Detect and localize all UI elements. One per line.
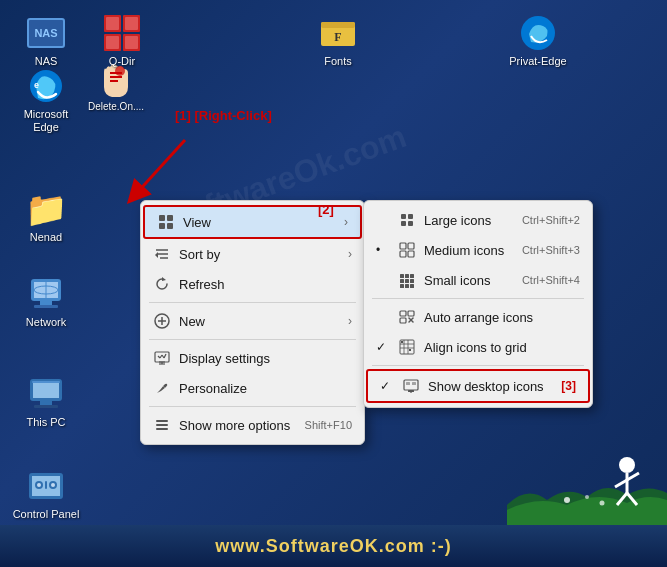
svg-rect-75 xyxy=(410,279,414,283)
menu-item-show-more[interactable]: Show more options Shift+F10 xyxy=(141,410,364,440)
svg-rect-21 xyxy=(34,305,58,308)
svg-rect-25 xyxy=(33,382,59,398)
svg-point-32 xyxy=(37,483,41,487)
separator-1 xyxy=(149,302,356,303)
separator-3 xyxy=(149,406,356,407)
submenu-item-small-icons[interactable]: Small icons Ctrl+Shift+4 xyxy=(364,265,592,295)
submenu-separator-2 xyxy=(372,365,584,366)
icon-this-pc[interactable]: This PC xyxy=(8,370,84,433)
medium-icons-check: • xyxy=(376,243,390,257)
auto-arrange-icon xyxy=(398,308,416,326)
bottom-bar: www.SoftwareOK.com :-) xyxy=(0,525,667,567)
svg-line-99 xyxy=(627,473,639,480)
new-arrow-icon: › xyxy=(348,314,352,328)
menu-item-personalize[interactable]: Personalize xyxy=(141,373,364,403)
show-more-shortcut: Shift+F10 xyxy=(305,419,352,431)
menu-item-sort-by[interactable]: Sort by › xyxy=(141,239,364,269)
icon-microsoft-edge[interactable]: e Microsoft Edge xyxy=(8,62,84,138)
svg-rect-4 xyxy=(106,17,119,30)
svg-rect-79 xyxy=(400,311,406,316)
svg-rect-62 xyxy=(401,214,406,219)
submenu-item-align-to-grid[interactable]: ✓ Align icons to grid xyxy=(364,332,592,362)
show-desktop-icon xyxy=(402,377,420,395)
icon-qdir[interactable]: Q-Dir xyxy=(84,9,160,72)
medium-icons-icon xyxy=(398,241,416,259)
svg-rect-41 xyxy=(167,223,173,229)
svg-rect-9 xyxy=(321,22,355,28)
svg-rect-77 xyxy=(405,284,409,288)
context-menu: View › Sort by › xyxy=(140,200,365,445)
submenu-separator-1 xyxy=(372,298,584,299)
fonts-label: Fonts xyxy=(324,55,352,68)
svg-rect-64 xyxy=(401,221,406,226)
display-settings-label: Display settings xyxy=(179,351,352,366)
small-icons-shortcut: Ctrl+Shift+4 xyxy=(522,274,580,286)
svg-rect-39 xyxy=(167,215,173,221)
align-to-grid-check: ✓ xyxy=(376,340,390,354)
sort-icon xyxy=(153,245,171,263)
view-submenu: Large icons Ctrl+Shift+2 • Medium icons … xyxy=(363,200,593,408)
control-panel-icon xyxy=(26,466,66,506)
medium-icons-label: Medium icons xyxy=(424,243,514,258)
show-desktop-icons-label: Show desktop icons xyxy=(428,379,549,394)
svg-rect-80 xyxy=(408,311,414,316)
show-more-icon xyxy=(153,416,171,434)
view-arrow-icon: › xyxy=(344,215,348,229)
sort-by-label: Sort by xyxy=(179,247,340,262)
svg-rect-76 xyxy=(400,284,404,288)
fonts-icon: F xyxy=(318,13,358,53)
icon-control-panel[interactable]: Control Panel xyxy=(8,462,84,525)
svg-rect-35 xyxy=(45,481,47,489)
separator-2 xyxy=(149,339,356,340)
svg-rect-71 xyxy=(405,274,409,278)
menu-item-new[interactable]: New › xyxy=(141,306,364,336)
medium-icons-shortcut: Ctrl+Shift+3 xyxy=(522,244,580,256)
svg-marker-45 xyxy=(155,252,158,258)
svg-line-98 xyxy=(615,480,627,487)
icon-fonts[interactable]: F Fonts xyxy=(300,9,376,72)
align-to-grid-label: Align icons to grid xyxy=(424,340,580,355)
red-arrow xyxy=(115,130,195,210)
svg-rect-73 xyxy=(400,279,404,283)
top-icons-row: NAS NAS Q-Dir xyxy=(0,5,667,72)
svg-rect-67 xyxy=(408,243,414,249)
svg-rect-59 xyxy=(156,420,168,422)
desktop: SoftwareOk.com NAS NAS xyxy=(0,0,667,567)
align-to-grid-icon xyxy=(398,338,416,356)
refresh-label: Refresh xyxy=(179,277,352,292)
refresh-icon xyxy=(153,275,171,293)
svg-marker-46 xyxy=(162,277,166,281)
icon-nenad[interactable]: 📁 Nenad xyxy=(8,185,84,248)
small-icons-icon xyxy=(398,271,416,289)
submenu-item-auto-arrange[interactable]: Auto arrange icons xyxy=(364,302,592,332)
svg-point-104 xyxy=(600,501,605,506)
nenad-folder-icon: 📁 xyxy=(26,189,66,229)
annotation-badge-2: [2] xyxy=(318,202,334,217)
new-label: New xyxy=(179,314,340,329)
nenad-label: Nenad xyxy=(30,231,62,244)
menu-item-display-settings[interactable]: Display settings xyxy=(141,343,364,373)
submenu-item-show-desktop-icons[interactable]: ✓ Show desktop icons [3] xyxy=(366,369,590,403)
svg-rect-72 xyxy=(410,274,414,278)
svg-rect-27 xyxy=(34,405,58,408)
icon-private-edge[interactable]: Privat-Edge xyxy=(500,9,576,72)
svg-rect-60 xyxy=(156,424,168,426)
svg-rect-26 xyxy=(40,401,52,405)
svg-rect-28 xyxy=(32,381,60,383)
svg-text:F: F xyxy=(334,30,341,44)
auto-arrange-label: Auto arrange icons xyxy=(424,310,580,325)
submenu-item-medium-icons[interactable]: • Medium icons Ctrl+Shift+3 xyxy=(364,235,592,265)
svg-rect-69 xyxy=(408,251,414,257)
submenu-item-large-icons[interactable]: Large icons Ctrl+Shift+2 xyxy=(364,205,592,235)
svg-text:e: e xyxy=(34,80,39,90)
personalize-label: Personalize xyxy=(179,381,352,396)
icon-nas[interactable]: NAS NAS xyxy=(8,9,84,72)
decorative-figure xyxy=(507,425,667,525)
svg-rect-66 xyxy=(400,243,406,249)
svg-rect-20 xyxy=(40,301,52,305)
svg-line-37 xyxy=(135,140,185,195)
icon-network[interactable]: Network xyxy=(8,270,84,333)
svg-point-102 xyxy=(564,497,570,503)
menu-item-refresh[interactable]: Refresh xyxy=(141,269,364,299)
svg-point-103 xyxy=(585,495,589,499)
